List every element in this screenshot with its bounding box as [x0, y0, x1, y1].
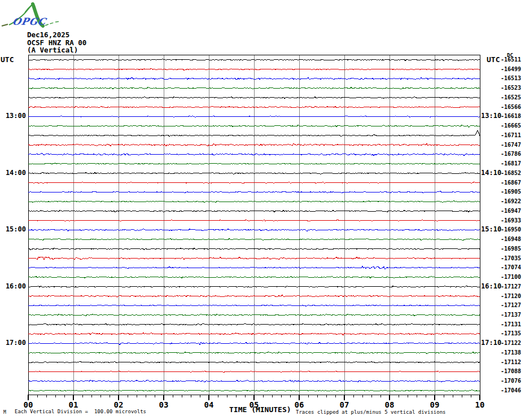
- dc-value: -17131: [501, 322, 521, 327]
- x-axis-label: 07: [333, 401, 356, 409]
- dc-value: -16566: [501, 104, 521, 110]
- dc-value: -17135: [501, 331, 521, 336]
- hour-label-left: 16:00: [0, 283, 26, 290]
- dc-value: -16786: [501, 151, 521, 157]
- hour-label-right: 13:10: [481, 112, 501, 120]
- hour-label-right: 14:10: [481, 169, 501, 177]
- hour-label-left: 13:00: [0, 112, 26, 120]
- dc-value: -16950: [501, 227, 521, 233]
- dc-value: -17074: [501, 265, 521, 270]
- dc-value: -17127: [501, 303, 521, 308]
- dc-value: -16618: [501, 113, 521, 119]
- dc-value: -17035: [501, 256, 521, 261]
- dc-value: -16747: [501, 142, 521, 148]
- scale-note: Each Vertical Division = 100.00 microvol…: [15, 409, 146, 414]
- dc-value: -17122: [501, 340, 521, 346]
- dc-value: -16948: [501, 237, 521, 242]
- hour-label-right: 17:10: [481, 339, 501, 347]
- dc-value: -16947: [501, 208, 521, 214]
- dc-value: -16817: [501, 161, 521, 167]
- x-axis-title: TIME (MINUTES): [229, 405, 291, 414]
- clip-note: Traces clipped at plus/minus 5 vertical …: [296, 409, 446, 415]
- x-axis-label: 00: [17, 401, 40, 409]
- x-axis-label: 04: [198, 401, 220, 409]
- dc-value: -16665: [501, 123, 521, 129]
- helicorder-page: OPGC Dec16,2025 OCSF HNZ RA 00 (A Vertic…: [0, 0, 525, 420]
- x-axis-label: 10: [469, 401, 491, 409]
- dc-value: -16513: [501, 76, 521, 81]
- hour-label-right: 15:10: [481, 226, 501, 233]
- dc-value: -17112: [501, 360, 521, 365]
- dc-value: -17137: [501, 312, 521, 318]
- x-axis-label: 01: [62, 401, 85, 409]
- dc-value: -16511: [501, 57, 521, 63]
- hour-label-left: 14:00: [0, 169, 26, 177]
- hour-label-left: 15:00: [0, 226, 26, 233]
- dc-value: -16852: [501, 170, 521, 176]
- dc-value: -16922: [501, 199, 521, 204]
- dc-value: -16711: [501, 133, 521, 138]
- dc-value: -16523: [501, 85, 521, 91]
- x-axis-label: 09: [423, 401, 446, 409]
- seismogram-plot: [0, 0, 525, 420]
- dc-value: -17076: [501, 378, 521, 384]
- dc-value: -16905: [501, 189, 521, 195]
- dc-value: -17046: [501, 388, 521, 393]
- dc-value: -16933: [501, 218, 521, 224]
- hour-label-left: 17:00: [0, 339, 26, 347]
- dc-value: -16499: [501, 67, 521, 72]
- dc-value: -17127: [501, 284, 521, 290]
- x-axis-label: 02: [107, 401, 130, 409]
- dc-value: -17088: [501, 369, 521, 374]
- dc-value: -16867: [501, 180, 521, 186]
- x-axis-label: 06: [288, 401, 310, 409]
- hour-label-right: 16:10: [481, 283, 501, 290]
- x-axis-label: 03: [152, 401, 175, 409]
- watermark-m: M: [3, 410, 6, 415]
- dc-value: -17120: [501, 294, 521, 299]
- dc-value: -17138: [501, 350, 521, 356]
- x-axis-label: 08: [378, 401, 401, 409]
- dc-value: -16985: [501, 246, 521, 252]
- dc-value: -17100: [501, 274, 521, 280]
- dc-value: -16525: [501, 95, 521, 100]
